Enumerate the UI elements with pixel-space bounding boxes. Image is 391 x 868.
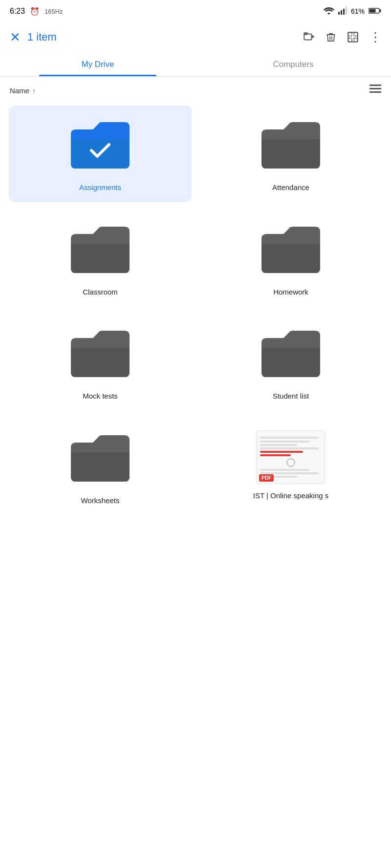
tab-computers[interactable]: Computers xyxy=(196,53,391,76)
action-bar: ✕ 1 item xyxy=(0,21,391,53)
file-item-classroom[interactable]: Classroom xyxy=(9,210,192,307)
file-item-mock-tests[interactable]: Mock tests xyxy=(9,314,192,411)
close-button[interactable]: ✕ xyxy=(10,30,21,45)
file-name-assignments: Assignments xyxy=(79,183,121,192)
folder-icon-mock-tests xyxy=(66,326,134,384)
file-item-homework[interactable]: Homework xyxy=(199,210,382,307)
svg-rect-16 xyxy=(369,91,381,93)
sort-label[interactable]: Name ↑ xyxy=(10,86,36,95)
doc-content-preview xyxy=(260,435,322,479)
time-display: 6:23 xyxy=(10,7,25,16)
svg-rect-15 xyxy=(369,88,381,89)
folder-icon-student-list xyxy=(257,326,325,384)
svg-rect-14 xyxy=(369,85,381,86)
file-item-attendance[interactable]: Attendance xyxy=(199,106,382,202)
action-bar-icons: ⋮ xyxy=(303,30,381,45)
battery-icon xyxy=(369,7,381,16)
file-name-mock-tests: Mock tests xyxy=(83,391,118,401)
file-name-worksheets: Worksheets xyxy=(81,496,120,506)
doc-thumbnail-ist: PDF xyxy=(257,430,325,484)
sort-arrow-icon: ↑ xyxy=(32,87,36,95)
battery-percent: 61% xyxy=(351,7,365,15)
sort-bar: Name ↑ xyxy=(0,77,391,102)
action-bar-left: ✕ 1 item xyxy=(10,30,295,45)
status-bar: 6:23 ⏰ 165Hz 61% xyxy=(0,0,391,21)
folder-icon-attendance xyxy=(257,117,325,176)
sort-name: Name xyxy=(10,86,29,95)
wifi-icon xyxy=(324,7,334,16)
file-item-student-list[interactable]: Student list xyxy=(199,314,382,411)
file-item-assignments[interactable]: Assignments xyxy=(9,106,192,202)
status-left: 6:23 ⏰ 165Hz xyxy=(10,7,63,16)
svg-rect-6 xyxy=(369,9,376,12)
select-all-icon[interactable] xyxy=(347,31,359,43)
file-name-student-list: Student list xyxy=(273,391,309,401)
pdf-badge: PDF xyxy=(259,474,274,482)
signal-icon xyxy=(338,7,347,16)
trash-icon[interactable] xyxy=(325,31,337,43)
list-view-icon[interactable] xyxy=(369,85,381,97)
svg-rect-13 xyxy=(348,32,358,42)
svg-rect-2 xyxy=(343,9,345,15)
folder-icon-worksheets xyxy=(66,430,134,489)
more-options-icon[interactable]: ⋮ xyxy=(369,30,381,45)
hz-label: 165Hz xyxy=(44,8,63,15)
folder-icon-assignments xyxy=(66,117,134,176)
file-item-ist-online[interactable]: PDF IST | Online speaking s xyxy=(199,419,382,515)
file-name-ist-online: IST | Online speaking s xyxy=(253,491,329,501)
folder-icon-homework xyxy=(257,222,325,280)
file-name-classroom: Classroom xyxy=(83,287,118,297)
tab-my-drive[interactable]: My Drive xyxy=(0,53,196,76)
file-grid: Assignments Attendance Classroom xyxy=(0,102,391,519)
svg-rect-5 xyxy=(380,9,381,12)
alarm-icon: ⏰ xyxy=(30,7,40,16)
svg-rect-1 xyxy=(341,10,342,15)
folder-icon-classroom xyxy=(66,222,134,280)
status-right: 61% xyxy=(324,7,381,16)
item-count: 1 item xyxy=(27,31,57,43)
file-item-worksheets[interactable]: Worksheets xyxy=(9,419,192,515)
svg-rect-0 xyxy=(338,12,340,15)
file-name-attendance: Attendance xyxy=(272,183,309,192)
file-name-homework: Homework xyxy=(273,287,308,297)
tabs: My Drive Computers xyxy=(0,53,391,77)
move-icon[interactable] xyxy=(303,31,315,43)
svg-rect-3 xyxy=(346,7,347,15)
